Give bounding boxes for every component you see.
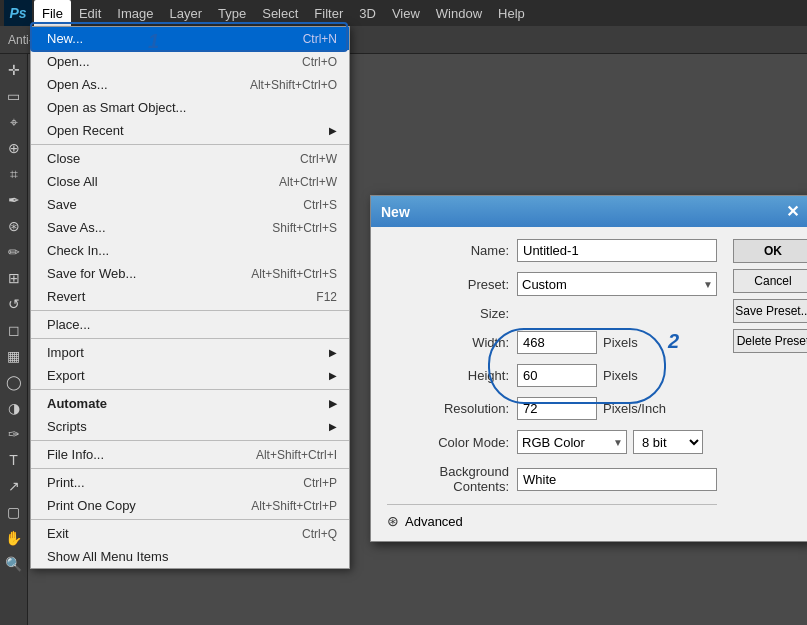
color-mode-label: Color Mode:	[387, 435, 517, 450]
menu-open-smart[interactable]: Open as Smart Object...	[31, 96, 349, 119]
dialog-buttons: OK Cancel Save Preset... Delete Preset	[733, 239, 807, 529]
resolution-unit: Pixels/Inch	[603, 401, 666, 416]
color-mode-select[interactable]: RGB Color	[517, 430, 627, 454]
menu-file-info[interactable]: File Info... Alt+Shift+Ctrl+I	[31, 443, 349, 466]
menu-new-shortcut: Ctrl+N	[303, 32, 337, 46]
menu-exit-shortcut: Ctrl+Q	[302, 527, 337, 541]
quick-select-tool[interactable]: ⊕	[2, 136, 26, 160]
menu-export[interactable]: Export ▶	[31, 364, 349, 387]
menu-place[interactable]: Place...	[31, 313, 349, 336]
dialog-fields: Name: Preset: Custom Size:	[387, 239, 717, 529]
healing-tool[interactable]: ⊛	[2, 214, 26, 238]
background-row: Background Contents:	[387, 464, 717, 494]
menu-close-all-shortcut: Alt+Ctrl+W	[279, 175, 337, 189]
menu-revert[interactable]: Revert F12	[31, 285, 349, 308]
clone-tool[interactable]: ⊞	[2, 266, 26, 290]
menu-save-web-label: Save for Web...	[47, 266, 136, 281]
menu-save-label: Save	[47, 197, 77, 212]
eyedropper-tool[interactable]: ✒	[2, 188, 26, 212]
text-tool[interactable]: T	[2, 448, 26, 472]
menu-window[interactable]: Window	[428, 0, 490, 26]
menu-filter[interactable]: Filter	[306, 0, 351, 26]
gradient-tool[interactable]: ▦	[2, 344, 26, 368]
menubar: Ps File Edit Image Layer Type Select Fil…	[0, 0, 807, 26]
menu-show-all[interactable]: Show All Menu Items	[31, 545, 349, 568]
history-tool[interactable]: ↺	[2, 292, 26, 316]
menu-close-all-label: Close All	[47, 174, 98, 189]
blur-tool[interactable]: ◯	[2, 370, 26, 394]
menu-close[interactable]: Close Ctrl+W	[31, 147, 349, 170]
menu-print-shortcut: Ctrl+P	[303, 476, 337, 490]
hand-tool[interactable]: ✋	[2, 526, 26, 550]
brush-tool[interactable]: ✏	[2, 240, 26, 264]
menu-print-one-shortcut: Alt+Shift+Ctrl+P	[251, 499, 337, 513]
menu-scripts[interactable]: Scripts ▶	[31, 415, 349, 438]
menu-open-as-label: Open As...	[47, 77, 108, 92]
cancel-button[interactable]: Cancel	[733, 269, 807, 293]
advanced-chevron-icon[interactable]: ⊛	[387, 513, 399, 529]
menu-open[interactable]: Open... Ctrl+O	[31, 50, 349, 73]
divider-5	[31, 440, 349, 441]
menu-save-web[interactable]: Save for Web... Alt+Shift+Ctrl+S	[31, 262, 349, 285]
dialog-close-button[interactable]: ✕	[786, 202, 799, 221]
menu-edit[interactable]: Edit	[71, 0, 109, 26]
resolution-input[interactable]	[517, 397, 597, 420]
export-arrow: ▶	[329, 370, 337, 381]
menu-save[interactable]: Save Ctrl+S	[31, 193, 349, 216]
ok-button[interactable]: OK	[733, 239, 807, 263]
marquee-tool[interactable]: ▭	[2, 84, 26, 108]
menu-open-as-shortcut: Alt+Shift+Ctrl+O	[250, 78, 337, 92]
menu-type[interactable]: Type	[210, 0, 254, 26]
zoom-tool[interactable]: 🔍	[2, 552, 26, 576]
menu-import[interactable]: Import ▶	[31, 341, 349, 364]
divider-6	[31, 468, 349, 469]
color-mode-row: Color Mode: RGB Color 8 bit	[387, 430, 717, 454]
menu-new[interactable]: New... Ctrl+N	[31, 27, 349, 50]
menu-image[interactable]: Image	[109, 0, 161, 26]
size-label: Size:	[387, 306, 517, 321]
menu-save-as[interactable]: Save As... Shift+Ctrl+S	[31, 216, 349, 239]
advanced-label[interactable]: Advanced	[405, 514, 463, 529]
menu-show-all-label: Show All Menu Items	[47, 549, 168, 564]
dialog-title: New	[381, 204, 410, 220]
menu-select[interactable]: Select	[254, 0, 306, 26]
move-tool[interactable]: ✛	[2, 58, 26, 82]
menu-layer[interactable]: Layer	[162, 0, 211, 26]
crop-tool[interactable]: ⌗	[2, 162, 26, 186]
menu-3d[interactable]: 3D	[351, 0, 384, 26]
menu-file[interactable]: File	[34, 0, 71, 26]
preset-label: Preset:	[387, 277, 517, 292]
menu-open-shortcut: Ctrl+O	[302, 55, 337, 69]
height-input[interactable]	[517, 364, 597, 387]
eraser-tool[interactable]: ◻	[2, 318, 26, 342]
shapes-tool[interactable]: ▢	[2, 500, 26, 524]
dodge-tool[interactable]: ◑	[2, 396, 26, 420]
menu-help[interactable]: Help	[490, 0, 533, 26]
save-preset-button[interactable]: Save Preset...	[733, 299, 807, 323]
menu-open-as[interactable]: Open As... Alt+Shift+Ctrl+O	[31, 73, 349, 96]
menu-view[interactable]: View	[384, 0, 428, 26]
path-select-tool[interactable]: ↗	[2, 474, 26, 498]
preset-wrapper: Custom	[517, 272, 717, 296]
menu-print-one[interactable]: Print One Copy Alt+Shift+Ctrl+P	[31, 494, 349, 517]
menu-automate[interactable]: Automate ▶	[31, 392, 349, 415]
pen-tool[interactable]: ✑	[2, 422, 26, 446]
menu-print[interactable]: Print... Ctrl+P	[31, 471, 349, 494]
height-row: Height: Pixels	[387, 364, 717, 387]
background-input[interactable]	[517, 468, 717, 491]
menu-exit[interactable]: Exit Ctrl+Q	[31, 522, 349, 545]
menu-open-recent[interactable]: Open Recent ▶	[31, 119, 349, 142]
menu-close-all[interactable]: Close All Alt+Ctrl+W	[31, 170, 349, 193]
bit-depth-select[interactable]: 8 bit	[633, 430, 703, 454]
menu-file-info-shortcut: Alt+Shift+Ctrl+I	[256, 448, 337, 462]
width-input[interactable]	[517, 331, 597, 354]
import-arrow: ▶	[329, 347, 337, 358]
name-input[interactable]	[517, 239, 717, 262]
dialog-content: Name: Preset: Custom Size:	[387, 239, 793, 529]
preset-select[interactable]: Custom	[517, 272, 717, 296]
menu-check-in[interactable]: Check In...	[31, 239, 349, 262]
lasso-tool[interactable]: ⌖	[2, 110, 26, 134]
menu-import-label: Import	[47, 345, 84, 360]
menu-place-label: Place...	[47, 317, 90, 332]
delete-preset-button[interactable]: Delete Preset	[733, 329, 807, 353]
